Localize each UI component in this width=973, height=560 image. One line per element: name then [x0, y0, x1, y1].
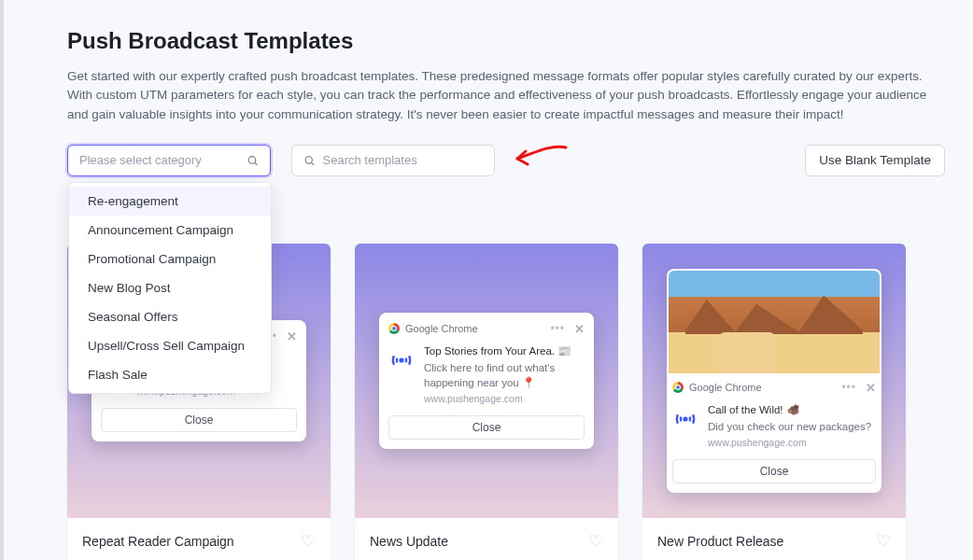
category-dropdown: Re-engagement Announcement Campaign Prom…: [68, 182, 272, 394]
search-icon: [247, 154, 259, 167]
notif-title: Call of the Wild! 🐗: [708, 402, 871, 417]
heart-icon[interactable]: ♡: [301, 531, 316, 552]
svg-line-3: [312, 162, 314, 164]
chrome-icon: [672, 382, 684, 393]
svg-point-0: [248, 156, 256, 163]
template-preview: Google Chrome ••• ✕ Top Stories from You…: [355, 244, 618, 518]
svg-point-5: [401, 358, 403, 361]
svg-point-6: [684, 417, 687, 420]
template-name: New Product Release: [657, 534, 783, 549]
notif-close-button: Close: [388, 415, 585, 440]
notif-title: Top Stories from Your Area. 📰: [424, 343, 585, 358]
close-icon: ✕: [287, 329, 297, 343]
svg-line-1: [255, 162, 257, 164]
chrome-icon: [388, 323, 400, 334]
category-select[interactable]: Re-engagement Announcement Campaign Prom…: [67, 145, 271, 176]
close-icon: ✕: [574, 322, 585, 336]
hero-image: [669, 271, 880, 373]
left-edge-strip: [0, 0, 4, 560]
dropdown-item-seasonal[interactable]: Seasonal Offers: [69, 302, 271, 331]
search-templates-field[interactable]: [291, 145, 495, 176]
dropdown-item-promotional[interactable]: Promotional Campaign: [69, 245, 271, 273]
notif-text: Click here to find out what's happening …: [424, 360, 585, 390]
chrome-label: Google Chrome: [689, 382, 762, 393]
dropdown-item-flash-sale[interactable]: Flash Sale: [69, 360, 271, 389]
dropdown-item-re-engagement[interactable]: Re-engagement: [69, 187, 271, 216]
dropdown-item-new-blog[interactable]: New Blog Post: [69, 273, 271, 302]
dropdown-item-announcement[interactable]: Announcement Campaign: [69, 216, 271, 245]
template-card-news-update[interactable]: Google Chrome ••• ✕ Top Stories from You…: [355, 244, 618, 560]
notif-domain: www.pushengage.com: [708, 436, 871, 450]
template-name: News Update: [370, 534, 448, 549]
category-select-input[interactable]: [79, 153, 247, 167]
dropdown-item-upsell[interactable]: Upsell/Cross Sell Campaign: [69, 331, 271, 360]
use-blank-template-button[interactable]: Use Blank Template: [805, 145, 945, 176]
more-icon: •••: [841, 381, 856, 394]
template-preview: Google Chrome ••• ✕ Call of the Wild! 🐗 …: [642, 244, 906, 518]
broadcast-icon: [672, 406, 698, 450]
page-title: Push Broadcast Templates: [67, 28, 945, 54]
chrome-label: Google Chrome: [405, 323, 478, 334]
notif-text: Did you check our new packages?: [708, 419, 871, 434]
template-name: Repeat Reader Campaign: [82, 534, 234, 549]
broadcast-icon: [388, 347, 415, 406]
notif-close-button: Close: [101, 408, 297, 432]
heart-icon[interactable]: ♡: [588, 531, 603, 552]
more-icon: •••: [550, 322, 565, 335]
page-description: Get started with our expertly crafted pu…: [67, 67, 945, 124]
template-card-new-product[interactable]: Google Chrome ••• ✕ Call of the Wild! 🐗 …: [642, 244, 906, 560]
notif-domain: www.pushengage.com: [424, 392, 585, 406]
heart-icon[interactable]: ♡: [876, 531, 891, 552]
search-input[interactable]: [323, 153, 484, 167]
svg-point-2: [305, 157, 312, 163]
close-icon: ✕: [866, 381, 876, 395]
search-icon: [303, 154, 316, 167]
notif-close-button: Close: [672, 459, 876, 483]
